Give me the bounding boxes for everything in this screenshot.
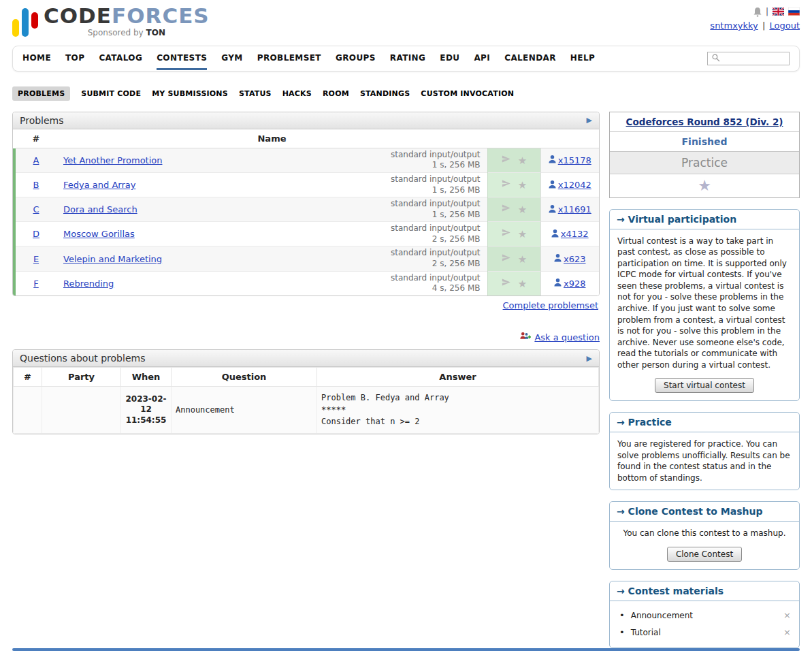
question-when: 2023-02-12 11:54:55 xyxy=(121,387,172,434)
nav-calendar[interactable]: CALENDAR xyxy=(504,46,556,70)
problems-table: Problems ▶ # Name A xyxy=(12,112,600,296)
close-icon[interactable]: × xyxy=(783,627,791,637)
start-virtual-contest-button[interactable]: Start virtual contest xyxy=(655,378,754,393)
expand-arrow-icon[interactable]: ▶ xyxy=(587,116,592,125)
solved-count: x623 xyxy=(564,254,586,264)
submit-solution-icon[interactable] xyxy=(501,156,511,166)
solved-count-link[interactable]: x15178 xyxy=(549,155,591,165)
favorite-star-icon[interactable]: ★ xyxy=(518,228,527,240)
material-tutorial-link[interactable]: Tutorial xyxy=(631,628,783,637)
solved-count-link[interactable]: x11691 xyxy=(549,204,591,215)
nav-rating[interactable]: RATING xyxy=(390,46,426,70)
problem-limits: 1 s, 256 MB xyxy=(391,185,481,196)
complete-problemset-link[interactable]: Complete problemset xyxy=(503,300,598,310)
submit-solution-icon[interactable] xyxy=(501,205,511,215)
list-item: • Announcement × xyxy=(619,607,791,624)
nav-gym[interactable]: GYM xyxy=(221,46,242,70)
problem-index-link[interactable]: B xyxy=(33,180,39,190)
favorite-star-icon[interactable]: ★ xyxy=(518,278,527,290)
problem-index-link[interactable]: A xyxy=(33,155,39,165)
practice-box: → Practice You are registered for practi… xyxy=(609,412,800,490)
logout-link[interactable]: Logout xyxy=(769,20,800,31)
practice-text: You are registered for practice. You can… xyxy=(610,432,799,490)
nav-groups[interactable]: GROUPS xyxy=(336,46,376,70)
expand-arrow-icon[interactable]: ▶ xyxy=(587,354,592,363)
tab-submit-code[interactable]: SUBMIT CODE xyxy=(81,89,141,98)
tab-standings[interactable]: STANDINGS xyxy=(360,89,410,98)
submit-solution-icon[interactable] xyxy=(501,229,511,240)
favorite-star-icon[interactable]: ★ xyxy=(518,204,527,216)
tab-custom-invocation[interactable]: CUSTOM INVOCATION xyxy=(421,89,514,98)
logo-bar-blue xyxy=(22,8,29,37)
problem-index-link[interactable]: E xyxy=(33,254,39,264)
list-item: • Tutorial × xyxy=(619,624,791,641)
problem-index-link[interactable]: C xyxy=(33,204,39,214)
problem-name-link[interactable]: Fedya and Array xyxy=(63,180,135,190)
submit-solution-icon[interactable] xyxy=(501,279,511,289)
col-header-when: When xyxy=(121,368,172,387)
solved-count-link[interactable]: x12042 xyxy=(549,180,591,191)
logo-area: CODEFORCES Sponsored by TON xyxy=(12,5,210,37)
material-announcement-link[interactable]: Announcement xyxy=(631,611,783,620)
search-input[interactable] xyxy=(723,54,785,63)
codeforces-logo-link[interactable]: CODEFORCES xyxy=(44,3,210,28)
ask-question-link[interactable]: Ask a question xyxy=(534,332,600,342)
nav-help[interactable]: HELP xyxy=(570,46,595,70)
favorite-star-icon[interactable]: ★ xyxy=(518,253,527,266)
nav-top[interactable]: TOP xyxy=(65,46,84,70)
nav-api[interactable]: API xyxy=(474,46,490,70)
questions-caption: Questions about problems xyxy=(20,353,145,364)
tab-room[interactable]: ROOM xyxy=(323,89,349,98)
nav-contests[interactable]: CONTESTS xyxy=(157,46,207,70)
problem-name-link[interactable]: Yet Another Promotion xyxy=(63,155,162,165)
tab-problems[interactable]: PROBLEMS xyxy=(12,86,70,101)
nav-edu[interactable]: EDU xyxy=(440,46,459,70)
nav-problemset[interactable]: PROBLEMSET xyxy=(257,46,321,70)
nav-home[interactable]: HOME xyxy=(22,46,51,70)
tab-hacks[interactable]: HACKS xyxy=(282,89,312,98)
bullet-icon: • xyxy=(619,627,625,637)
tab-my-submissions[interactable]: MY SUBMISSIONS xyxy=(152,89,228,98)
questions-table: Questions about problems ▶ # Party When … xyxy=(12,349,600,434)
contest-title-link[interactable]: Codeforces Round 852 (Div. 2) xyxy=(626,116,783,127)
solved-count-link[interactable]: x928 xyxy=(554,278,586,289)
header: CODEFORCES Sponsored by TON | xyxy=(12,5,800,37)
ask-question-row: Ask a question xyxy=(12,331,600,343)
problem-limits: 2 s, 256 MB xyxy=(391,234,481,245)
problem-index-link[interactable]: D xyxy=(33,229,39,239)
nav-catalog[interactable]: CATALOG xyxy=(99,46,142,70)
tab-status[interactable]: STATUS xyxy=(239,89,272,98)
solved-count: x12042 xyxy=(558,180,591,190)
sidebar: Codeforces Round 852 (Div. 2) Finished P… xyxy=(609,112,800,648)
submit-solution-icon[interactable] xyxy=(501,180,511,191)
problem-name-link[interactable]: Rebrending xyxy=(63,278,114,289)
problem-name-link[interactable]: Moscow Gorillas xyxy=(63,229,135,239)
logo-text-wrap: CODEFORCES Sponsored by TON xyxy=(44,5,210,37)
problem-index-link[interactable]: F xyxy=(33,278,38,289)
flag-en-icon[interactable] xyxy=(773,7,784,16)
sponsored-brand: TON xyxy=(146,28,165,37)
footer-divider xyxy=(12,648,800,651)
user-row: sntmxykky | Logout xyxy=(710,19,800,33)
favorite-star-icon[interactable]: ★ xyxy=(518,155,527,167)
clone-contest-button[interactable]: Clone Contest xyxy=(667,547,742,562)
questions-caption-bar: Questions about problems ▶ xyxy=(13,350,599,367)
solved-count-link[interactable]: x623 xyxy=(554,253,586,264)
question-party xyxy=(42,387,121,434)
solved-count-link[interactable]: x4132 xyxy=(551,229,589,240)
flag-ru-icon[interactable] xyxy=(788,7,800,16)
question-row: 2023-02-12 11:54:55 Announcement Problem… xyxy=(14,387,599,434)
submit-solution-icon[interactable] xyxy=(501,255,511,265)
favorite-contest-star-icon[interactable]: ★ xyxy=(698,177,711,194)
contest-materials-box: → Contest materials • Announcement × • T… xyxy=(609,581,800,648)
problem-name-link[interactable]: Dora and Search xyxy=(63,204,137,214)
close-icon[interactable]: × xyxy=(783,610,791,620)
notifications-bell-icon[interactable] xyxy=(753,7,762,17)
problems-caption-bar: Problems ▶ xyxy=(13,112,599,129)
favorite-star-icon[interactable]: ★ xyxy=(518,179,527,191)
logo-bar-yellow xyxy=(12,19,19,37)
problem-name-link[interactable]: Velepin and Marketing xyxy=(63,254,162,264)
contest-star-row: ★ xyxy=(610,174,799,197)
search-icon xyxy=(711,53,720,64)
username-link[interactable]: sntmxykky xyxy=(710,20,758,31)
